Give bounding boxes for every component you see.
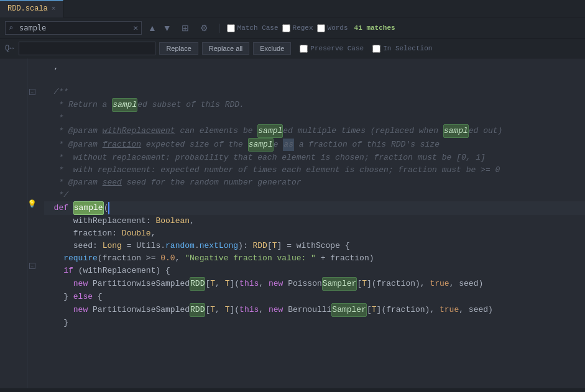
editor: − 💡 − , /** — [0, 58, 585, 388]
preserve-case-label: Preserve Case — [310, 45, 364, 52]
code-line: * — [44, 112, 585, 124]
code-line: * @param fraction expected size of the s… — [44, 138, 585, 152]
code-line: seed: Long = Utils.random.nextLong): RDD… — [44, 240, 585, 252]
fold-icon-if[interactable]: − — [29, 263, 35, 269]
code-line: new PartitionwiseSampledRDD[T, T](this, … — [44, 303, 585, 317]
search-input-container: ⌕ ✕ — [5, 21, 142, 35]
separator1: │ — [217, 24, 222, 33]
tab-filename: RDD.scala — [7, 4, 48, 13]
tab-bar: RDD.scala × — [0, 0, 585, 17]
fold-icon-comment[interactable]: − — [29, 89, 35, 95]
search-highlight: Sampler — [331, 303, 367, 317]
search-prev-button[interactable]: ▲ — [145, 22, 159, 34]
line-numbers — [0, 58, 28, 388]
regex-checkbox[interactable] — [282, 24, 290, 32]
search-input[interactable] — [5, 21, 142, 35]
code-line: /** — [44, 86, 585, 98]
regex-option: Regex — [282, 24, 313, 32]
code-line: * Return a sampled subset of this RDD. — [44, 98, 585, 112]
in-selection-checkbox[interactable] — [372, 45, 380, 53]
code-line: require(fraction >= 0.0, "Negative fract… — [44, 252, 585, 265]
replace-all-button[interactable]: Replace all — [202, 42, 249, 55]
in-selection-label: In Selection — [383, 45, 432, 52]
code-line: , — [44, 61, 585, 73]
rdd-scala-tab[interactable]: RDD.scala × — [0, 0, 63, 17]
search-settings-button[interactable]: ⚙ — [196, 22, 212, 34]
preserve-case-checkbox[interactable] — [300, 45, 308, 53]
match-case-checkbox[interactable] — [227, 24, 235, 32]
search-context-button[interactable]: ⊞ — [178, 22, 193, 34]
words-checkbox[interactable] — [317, 24, 325, 32]
search-navigation: ▲ ▼ — [145, 22, 174, 34]
search-highlight: RDD — [190, 303, 205, 317]
code-line-current: def sample( — [44, 201, 585, 215]
search-highlight: sampl — [443, 124, 469, 138]
replace-bar: Q↔ Replace Replace all Exclude Preserve … — [0, 39, 585, 58]
match-case-option: Match Case — [227, 24, 279, 32]
code-line: } else { — [44, 291, 585, 303]
search-highlight: sampl — [248, 138, 274, 152]
code-line: withReplacement: Boolean, — [44, 215, 585, 227]
search-prefix-icon: ⌕ — [9, 24, 13, 33]
code-line: * with replacement: expected number of t… — [44, 164, 585, 176]
search-highlight: sampl — [112, 98, 137, 112]
code-line: } — [44, 317, 585, 329]
in-selection-option: In Selection — [372, 45, 432, 53]
code-content: , /** * Return a sampled subset of this … — [37, 58, 585, 388]
words-label: Words — [328, 24, 348, 32]
search-clear-button[interactable]: ✕ — [133, 23, 138, 33]
code-line — [44, 73, 585, 86]
code-line: * @param seed seed for the random number… — [44, 176, 585, 189]
search-highlight: sampl — [257, 124, 283, 138]
replace-input[interactable] — [19, 42, 155, 55]
search-highlight-active: sample — [73, 201, 104, 215]
tab-close-button[interactable]: × — [52, 5, 56, 12]
exclude-button[interactable]: Exclude — [253, 42, 291, 55]
match-count: 41 matches — [354, 24, 395, 32]
search-highlight: RDD — [190, 277, 205, 291]
code-line: * @param withReplacement can elements be… — [44, 124, 585, 138]
words-option: Words — [317, 24, 348, 32]
search-next-button[interactable]: ▼ — [160, 22, 174, 34]
code-line: fraction: Double, — [44, 227, 585, 240]
replace-prefix-icon: Q↔ — [5, 44, 14, 53]
search-highlight: Sampler — [322, 277, 357, 291]
search-bar: ⌕ ✕ ▲ ▼ ⊞ ⚙ │ Match Case Regex Words 41 … — [0, 17, 585, 39]
preserve-case-option: Preserve Case — [300, 45, 364, 53]
code-line: if (withReplacement) { — [44, 265, 585, 277]
lightbulb-icon[interactable]: 💡 — [27, 199, 37, 209]
code-line: * without replacement: probability that … — [44, 152, 585, 164]
match-case-label: Match Case — [237, 24, 279, 32]
search-highlight-current: as — [283, 139, 294, 151]
fold-gutter: − 💡 − — [28, 58, 37, 388]
replace-button[interactable]: Replace — [159, 42, 198, 55]
regex-label: Regex — [293, 24, 313, 32]
code-line: new PartitionwiseSampledRDD[T, T](this, … — [44, 277, 585, 291]
code-line: */ — [44, 189, 585, 201]
